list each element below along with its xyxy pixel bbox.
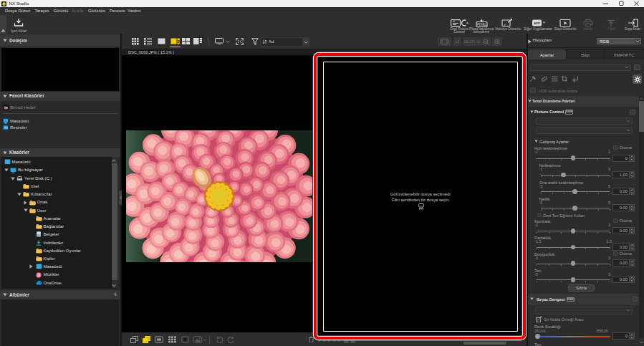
svg-text:APP: APP (534, 21, 540, 25)
svg-text:2: 2 (177, 39, 179, 44)
svg-text:PIXEL: PIXEL (477, 23, 486, 27)
